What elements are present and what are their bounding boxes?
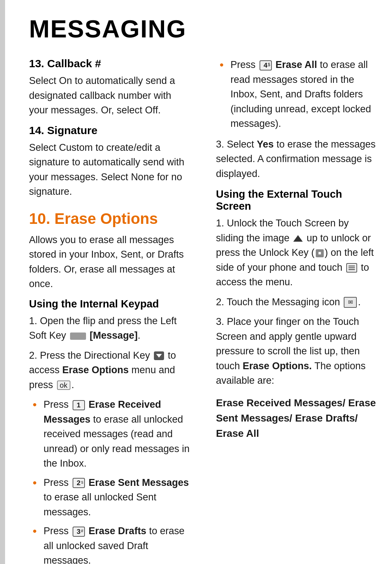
key-4-icon: 4$ bbox=[260, 60, 272, 70]
erase-options-touch-bold: Erase Options. bbox=[243, 360, 312, 371]
section-10-title: 10. Erase Options bbox=[29, 210, 191, 227]
erase-options-bold: Erase Options bbox=[62, 364, 129, 375]
erase-all-bold: Erase All bbox=[275, 59, 317, 70]
right-step-3: 3. Select Yes to erase the messages sele… bbox=[216, 137, 377, 181]
ext-step-2-text: 2. Touch the Messaging icon ✉. bbox=[216, 297, 361, 307]
step-2-text: 2. Press the Directional Key to access E… bbox=[29, 350, 176, 390]
step-1: 1. Open the flip and press the Left Soft… bbox=[29, 314, 191, 343]
ext-step-1-text: 1. Unlock the Touch Screen by sliding th… bbox=[216, 218, 374, 287]
step-1-text: 1. Open the flip and press the Left Soft… bbox=[29, 315, 177, 341]
section-10-intro: Allows you to erase all messages stored … bbox=[29, 233, 191, 291]
ext-step-3: 3. Place your finger on the Touch Screen… bbox=[216, 314, 377, 388]
bullet-3-text: Press 3# Erase Drafts to erase all unloc… bbox=[44, 525, 184, 564]
menu-icon bbox=[346, 263, 357, 273]
arrow-up-icon bbox=[293, 235, 303, 242]
internal-keypad-heading: Using the Internal Keypad bbox=[29, 298, 191, 310]
left-column: 13. Callback # Select On to automaticall… bbox=[29, 57, 198, 564]
bullet-erase-drafts: Press 3# Erase Drafts to erase all unloc… bbox=[33, 524, 191, 564]
right-steps: 3. Select Yes to erase the messages sele… bbox=[216, 137, 377, 181]
directional-key-icon bbox=[154, 351, 164, 360]
step-2: 2. Press the Directional Key to access E… bbox=[29, 348, 191, 392]
menu-line-1 bbox=[348, 266, 355, 266]
left-border bbox=[0, 0, 5, 564]
step-1-label: [Message] bbox=[90, 330, 138, 341]
external-touch-section: Using the External Touch Screen 1. Unloc… bbox=[216, 188, 377, 441]
yes-bold: Yes bbox=[257, 139, 274, 150]
soft-key-icon bbox=[70, 333, 86, 340]
erase-drafts-bold: Erase Drafts bbox=[89, 525, 146, 536]
menu-line-2 bbox=[348, 267, 355, 268]
external-touch-heading: Using the External Touch Screen bbox=[216, 188, 377, 212]
erase-all-bullet: Press 4$ Erase All to erase all read mes… bbox=[220, 57, 377, 131]
ext-step-1: 1. Unlock the Touch Screen by sliding th… bbox=[216, 216, 377, 290]
key-2-icon: 2s bbox=[73, 478, 85, 488]
bullet-1-text: Press 1 Erase Received Messages to erase… bbox=[44, 399, 189, 469]
internal-keypad-steps: 1. Open the flip and press the Left Soft… bbox=[29, 314, 191, 392]
right-column: Press 4$ Erase All to erase all read mes… bbox=[212, 57, 377, 564]
bullet-erase-all: Press 4$ Erase All to erase all read mes… bbox=[220, 57, 377, 131]
section-14: 14. Signature Select Custom to create/ed… bbox=[29, 124, 191, 199]
external-touch-steps: 1. Unlock the Touch Screen by sliding th… bbox=[216, 216, 377, 388]
ext-step-3-text: 3. Place your finger on the Touch Screen… bbox=[216, 316, 366, 386]
bullet-erase-received: Press 1 Erase Received Messages to erase… bbox=[33, 397, 191, 471]
section-14-text: Select Custom to create/edit a signature… bbox=[29, 140, 191, 199]
bullet-2-text: Press 2s Erase Sent Messages to erase al… bbox=[44, 477, 189, 517]
messaging-touch-icon: ✉ bbox=[344, 297, 357, 308]
menu-line-3 bbox=[348, 269, 355, 270]
bullet-4-text: Press 4$ Erase All to erase all read mes… bbox=[230, 59, 371, 129]
section-13: 13. Callback # Select On to automaticall… bbox=[29, 57, 191, 118]
bullet-erase-sent: Press 2s Erase Sent Messages to erase al… bbox=[33, 475, 191, 520]
erase-options-bullets: Press 1 Erase Received Messages to erase… bbox=[33, 397, 191, 564]
section-13-text: Select On to automatically send a design… bbox=[29, 73, 191, 118]
section-10: 10. Erase Options Allows you to erase al… bbox=[29, 210, 191, 564]
section-13-heading: 13. Callback # bbox=[29, 57, 191, 70]
page-title: MESSAGING bbox=[29, 15, 377, 43]
key-3-icon: 3# bbox=[73, 527, 85, 537]
ext-step-2: 2. Touch the Messaging icon ✉. bbox=[216, 295, 377, 310]
key-1-icon: 1 bbox=[73, 400, 85, 410]
lock-key-icon: ■ bbox=[316, 249, 324, 257]
erase-received-bold: Erase Received Messages bbox=[44, 399, 161, 425]
right-step-3-text: 3. Select Yes to erase the messages sele… bbox=[216, 139, 376, 179]
bottom-options-bold: Erase Received Messages/ Erase Sent Mess… bbox=[216, 395, 377, 441]
erase-sent-bold: Erase Sent Messages bbox=[89, 477, 189, 488]
ok-key-icon: ok bbox=[57, 380, 70, 390]
section-14-heading: 14. Signature bbox=[29, 124, 191, 137]
